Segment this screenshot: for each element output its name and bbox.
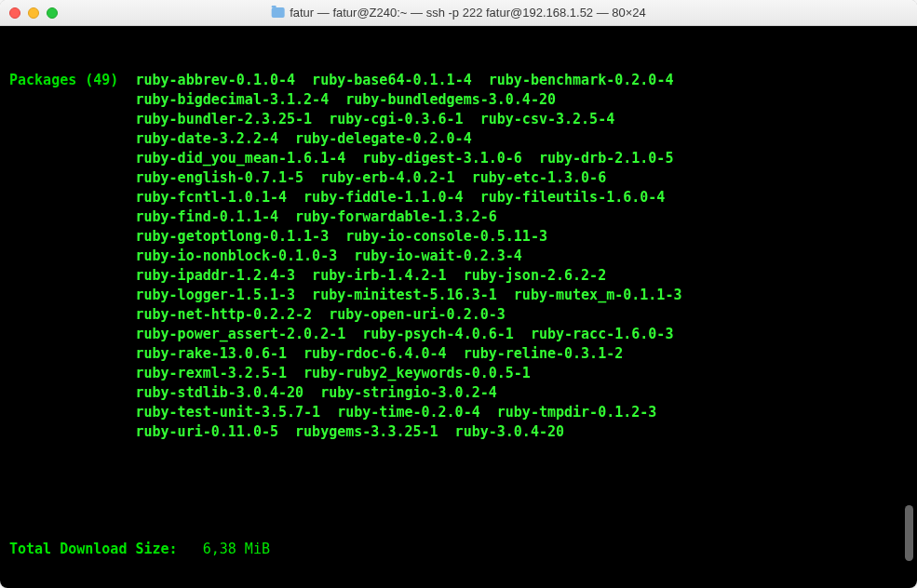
packages-block: Packages (49) ruby-abbrev-0.1.0-4 ruby-b… xyxy=(9,71,908,442)
blank-line xyxy=(9,481,908,501)
package-names: ruby-rexml-3.2.5-1 ruby-ruby2_keywords-0… xyxy=(135,365,530,381)
package-line: ruby-did_you_mean-1.6.1-4 ruby-digest-3.… xyxy=(9,149,908,168)
package-names: ruby-abbrev-0.1.0-4 ruby-base64-0.1.1-4 … xyxy=(135,72,673,88)
close-button[interactable] xyxy=(9,7,20,19)
package-line: ruby-stdlib-3.0.4-20 ruby-stringio-3.0.2… xyxy=(9,383,908,403)
package-names: ruby-logger-1.5.1-3 ruby-minitest-5.16.3… xyxy=(135,287,681,303)
package-names: ruby-stdlib-3.0.4-20 ruby-stringio-3.0.2… xyxy=(135,384,496,401)
package-names: ruby-test-unit-3.5.7-1 ruby-time-0.2.0-4… xyxy=(135,404,656,421)
package-names: ruby-fcntl-1.0.1-4 ruby-fiddle-1.1.0-4 r… xyxy=(135,189,665,206)
package-names: ruby-bundler-2.3.25-1 ruby-cgi-0.3.6-1 r… xyxy=(135,111,614,127)
package-line: ruby-date-3.2.2-4 ruby-delegate-0.2.0-4 xyxy=(9,129,908,149)
titlebar: fatur — fatur@Z240:~ — ssh -p 222 fatur@… xyxy=(0,0,917,26)
scrollbar-thumb[interactable] xyxy=(905,505,913,561)
package-names: ruby-io-nonblock-0.1.0-3 ruby-io-wait-0.… xyxy=(135,247,521,264)
title-text: fatur — fatur@Z240:~ — ssh -p 222 fatur@… xyxy=(290,6,646,20)
traffic-lights xyxy=(9,7,58,19)
download-size-line: Total Download Size: 6,38 MiB xyxy=(9,540,908,559)
package-line: ruby-bigdecimal-3.1.2-4 ruby-bundledgems… xyxy=(9,90,908,110)
folder-icon xyxy=(271,7,284,18)
package-line: ruby-rake-13.0.6-1 ruby-rdoc-6.4.0-4 rub… xyxy=(9,344,908,364)
packages-header: Packages (49) xyxy=(9,72,135,88)
package-names: ruby-uri-0.11.0-5 rubygems-3.3.25-1 ruby… xyxy=(135,423,564,440)
download-size-label: Total Download Size: xyxy=(9,541,178,557)
package-line: ruby-net-http-0.2.2-2 ruby-open-uri-0.2.… xyxy=(9,305,908,325)
zoom-button[interactable] xyxy=(47,7,58,19)
package-names: ruby-did_you_mean-1.6.1-4 ruby-digest-3.… xyxy=(135,150,673,167)
package-line: ruby-ipaddr-1.2.4-3 ruby-irb-1.4.2-1 rub… xyxy=(9,266,908,286)
download-size-value: 6,38 MiB xyxy=(178,541,270,557)
package-line: ruby-rexml-3.2.5-1 ruby-ruby2_keywords-0… xyxy=(9,364,908,383)
package-line: ruby-getoptlong-0.1.1-3 ruby-io-console-… xyxy=(9,227,908,247)
package-names: ruby-rake-13.0.6-1 ruby-rdoc-6.4.0-4 rub… xyxy=(135,345,623,362)
package-line: ruby-io-nonblock-0.1.0-3 ruby-io-wait-0.… xyxy=(9,247,908,266)
package-names: ruby-net-http-0.2.2-2 ruby-open-uri-0.2.… xyxy=(135,306,505,323)
package-names: ruby-english-0.7.1-5 ruby-erb-4.0.2-1 ru… xyxy=(135,169,606,186)
package-line: ruby-uri-0.11.0-5 rubygems-3.3.25-1 ruby… xyxy=(9,422,908,442)
package-line: ruby-bundler-2.3.25-1 ruby-cgi-0.3.6-1 r… xyxy=(9,110,908,129)
package-names: ruby-date-3.2.2-4 ruby-delegate-0.2.0-4 xyxy=(135,130,471,147)
package-line: ruby-logger-1.5.1-3 ruby-minitest-5.16.3… xyxy=(9,286,908,305)
package-names: ruby-getoptlong-0.1.1-3 ruby-io-console-… xyxy=(135,228,547,245)
terminal-body[interactable]: Packages (49) ruby-abbrev-0.1.0-4 ruby-b… xyxy=(0,26,917,588)
package-line: ruby-find-0.1.1-4 ruby-forwardable-1.3.2… xyxy=(9,207,908,227)
minimize-button[interactable] xyxy=(28,7,39,19)
package-names: ruby-find-0.1.1-4 ruby-forwardable-1.3.2… xyxy=(135,208,496,225)
package-line: ruby-power_assert-2.0.2-1 ruby-psych-4.0… xyxy=(9,325,908,344)
package-line: ruby-fcntl-1.0.1-4 ruby-fiddle-1.1.0-4 r… xyxy=(9,188,908,207)
package-line: ruby-test-unit-3.5.7-1 ruby-time-0.2.0-4… xyxy=(9,403,908,422)
scrollbar[interactable] xyxy=(902,26,915,588)
package-names: ruby-bigdecimal-3.1.2-4 ruby-bundledgems… xyxy=(135,91,556,108)
window-title: fatur — fatur@Z240:~ — ssh -p 222 fatur@… xyxy=(271,6,646,20)
package-line: ruby-english-0.7.1-5 ruby-erb-4.0.2-1 ru… xyxy=(9,168,908,188)
package-names: ruby-ipaddr-1.2.4-3 ruby-irb-1.4.2-1 rub… xyxy=(135,267,606,284)
terminal-window: fatur — fatur@Z240:~ — ssh -p 222 fatur@… xyxy=(0,0,917,588)
package-line: Packages (49) ruby-abbrev-0.1.0-4 ruby-b… xyxy=(9,71,908,90)
package-names: ruby-power_assert-2.0.2-1 ruby-psych-4.0… xyxy=(135,326,673,342)
